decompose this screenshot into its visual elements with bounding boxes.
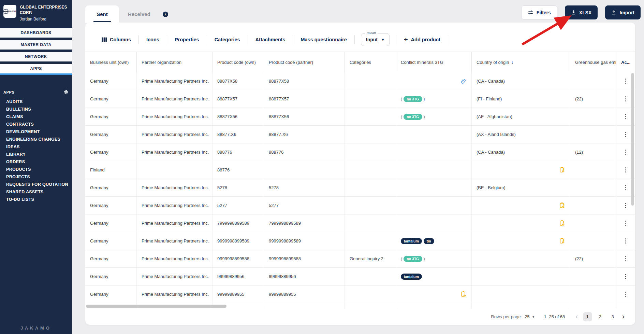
- previous-page-button[interactable]: ‹: [574, 313, 579, 320]
- column-header-country-of-origin[interactable]: Country of origin↓: [472, 52, 570, 72]
- mineral-badge-tantalum: tantalum: [401, 238, 422, 244]
- row-actions-menu-button[interactable]: [624, 130, 628, 139]
- cell-product-code-own: 9999998899589: [213, 232, 264, 250]
- next-page-button[interactable]: ›: [621, 313, 626, 320]
- sidebar-nav-apps[interactable]: APPS: [0, 64, 72, 73]
- table-row[interactable]: GermanyPrime Manufacturing Partners Inc.…: [85, 179, 635, 197]
- sidebar-app-shared-assets[interactable]: SHARED ASSETS: [3, 188, 69, 196]
- toolbar-button-columns[interactable]: Columns: [94, 37, 138, 42]
- table-row[interactable]: GermanyPrime Manufacturing Partners Inc.…: [85, 232, 635, 250]
- column-header-business-unit-own[interactable]: Business unit (own): [85, 52, 137, 72]
- table-row[interactable]: GermanyPrime Manufacturing Partners Inc.…: [85, 250, 635, 268]
- sidebar-app-orders[interactable]: ORDERS: [3, 158, 69, 166]
- cell-conflict-minerals: tantalumtin: [396, 232, 472, 250]
- table-row[interactable]: GermanyPrime Manufacturing Partners Inc.…: [85, 108, 635, 126]
- column-header-product-code-own[interactable]: Product code (own): [213, 52, 264, 72]
- gear-icon[interactable]: [63, 89, 69, 95]
- cell-conflict-minerals: [396, 126, 472, 143]
- questionnaire-pending-icon[interactable]: [559, 167, 565, 173]
- questionnaire-pending-icon[interactable]: [559, 202, 565, 209]
- toolbar-button-attachments[interactable]: Attachments: [248, 37, 293, 42]
- row-actions-menu-button[interactable]: [624, 273, 628, 281]
- cell-categories: General inquiry 2: [345, 250, 396, 267]
- table-row[interactable]: GermanyPrime Manufacturing Partners Inc.…: [85, 143, 635, 161]
- sidebar-app-projects[interactable]: PROJECTS: [3, 173, 69, 181]
- sidebar-nav-dashboards[interactable]: DASHBOARDS: [0, 28, 72, 38]
- xlsx-export-button[interactable]: XLSX: [565, 5, 598, 19]
- row-actions-menu-button[interactable]: [624, 237, 628, 245]
- tab-sent[interactable]: Sent: [85, 5, 119, 23]
- vertical-scrollbar[interactable]: [631, 73, 634, 206]
- sidebar-app-audits[interactable]: AUDITS: [3, 98, 69, 106]
- column-header-categories[interactable]: Categories: [345, 52, 396, 72]
- questionnaire-pending-icon[interactable]: [559, 220, 565, 226]
- table-row[interactable]: GermanyPrime Manufacturing Partners Inc.…: [85, 197, 635, 214]
- row-actions-menu-button[interactable]: [624, 184, 628, 192]
- tab-received[interactable]: Received: [128, 11, 150, 17]
- page-button-3[interactable]: 3: [608, 312, 617, 321]
- column-header-conflict-minerals-3tg[interactable]: Conflict minerals 3TG: [396, 52, 472, 72]
- sidebar-app-to-do-lists[interactable]: TO-DO LISTS: [3, 196, 69, 203]
- row-actions-menu-button[interactable]: [624, 113, 628, 121]
- cell-country-of-origin: [472, 197, 570, 214]
- questionnaire-pending-icon[interactable]: [559, 238, 565, 244]
- sidebar-app-development[interactable]: DEVELOPMENT: [3, 128, 69, 136]
- org-name: GLOBAL ENTERPRISES CORP.: [20, 5, 69, 15]
- import-button[interactable]: Import: [605, 5, 641, 19]
- toolbar-button-properties[interactable]: Properties: [167, 37, 207, 42]
- table-row[interactable]: GermanyPrime Manufacturing Partners Inc.…: [85, 126, 635, 143]
- cell-product-code-own: 99999889955: [213, 286, 264, 303]
- column-header-partner-organization[interactable]: Partner organization: [137, 52, 213, 72]
- toolbar-button-icons[interactable]: Icons: [139, 37, 167, 42]
- cell-conflict-minerals: [396, 197, 472, 214]
- table-row[interactable]: GermanyPrime Manufacturing Partners Inc.…: [85, 90, 635, 108]
- row-actions-menu-button[interactable]: [624, 201, 628, 210]
- horizontal-scrollbar[interactable]: [86, 305, 226, 308]
- filters-button[interactable]: Filters: [521, 5, 557, 19]
- cell-product-code-partner: 88877X58: [264, 72, 345, 90]
- sidebar-app-ideas[interactable]: IDEAS: [3, 143, 69, 151]
- questionnaire-pending-icon[interactable]: [460, 291, 467, 297]
- attachment-icon[interactable]: [460, 78, 467, 84]
- column-header-product-code-partner[interactable]: Product code (partner): [264, 52, 345, 72]
- add-product-button[interactable]: +Add product: [396, 36, 448, 43]
- rows-per-page-select[interactable]: 25 ▼: [525, 314, 535, 319]
- table-row[interactable]: Finland88776: [85, 161, 635, 179]
- mode-select[interactable]: Input▼: [361, 33, 390, 46]
- page-button-2[interactable]: 2: [596, 312, 605, 321]
- main-area: Sent Received i Filters: [72, 0, 644, 334]
- row-actions-menu-button[interactable]: [624, 166, 628, 174]
- sidebar-app-contracts[interactable]: CONTRACTS: [3, 121, 69, 128]
- cell-country-of-origin: [472, 268, 570, 285]
- sidebar-nav-network[interactable]: NETWORK: [0, 52, 72, 61]
- sidebar-app-engineering-changes[interactable]: ENGINEERING CHANGES: [3, 136, 69, 143]
- column-header-greenhouse-gas-emiss[interactable]: Greenhouse gas emiss: [570, 52, 616, 72]
- table-row[interactable]: GermanyPrime Manufacturing Partners Inc.…: [85, 214, 635, 232]
- sidebar-app-products[interactable]: PRODUCTS: [3, 166, 69, 173]
- row-actions-menu-button[interactable]: [624, 148, 628, 156]
- toolbar-button-categories[interactable]: Categories: [207, 37, 248, 42]
- row-actions-menu-button[interactable]: [624, 255, 628, 263]
- sidebar-app-bulletins[interactable]: BULLETINS: [3, 106, 69, 113]
- toolbar-button-mass-questionnaire[interactable]: Mass questionnaire: [293, 37, 354, 42]
- table-row[interactable]: GermanyPrime Manufacturing Partners Inc.…: [85, 268, 635, 286]
- cell-business-unit: Germany: [85, 197, 137, 214]
- no-3tg-badge: no 3TG: [404, 114, 422, 120]
- row-actions-menu-button[interactable]: [624, 219, 628, 227]
- info-icon[interactable]: i: [163, 12, 168, 17]
- page-button-1[interactable]: 1: [583, 312, 592, 321]
- sidebar-app-library[interactable]: LIBRARY: [3, 151, 69, 158]
- row-actions-menu-button[interactable]: [624, 77, 628, 85]
- row-actions-menu-button[interactable]: [624, 95, 628, 103]
- pagination-bar: Rows per page: 25 ▼ 1–25 of 68 ‹ 123 ›: [85, 309, 635, 325]
- table-row[interactable]: GermanyPrime Manufacturing Partners Inc.…: [85, 286, 635, 303]
- sidebar-app-requests-for-quotation[interactable]: REQUESTS FOR QUOTATION: [3, 181, 69, 188]
- cell-conflict-minerals: (no 3TG): [396, 108, 472, 125]
- cell-conflict-minerals: [396, 72, 472, 90]
- cell-country-of-origin: [472, 250, 570, 267]
- column-header-ac[interactable]: Ac...: [616, 52, 635, 72]
- row-actions-menu-button[interactable]: [624, 290, 628, 298]
- sidebar-nav-master-data[interactable]: MASTER DATA: [0, 40, 72, 50]
- sidebar-app-claims[interactable]: CLAIMS: [3, 113, 69, 121]
- table-row[interactable]: GermanyPrime Manufacturing Partners Inc.…: [85, 72, 635, 90]
